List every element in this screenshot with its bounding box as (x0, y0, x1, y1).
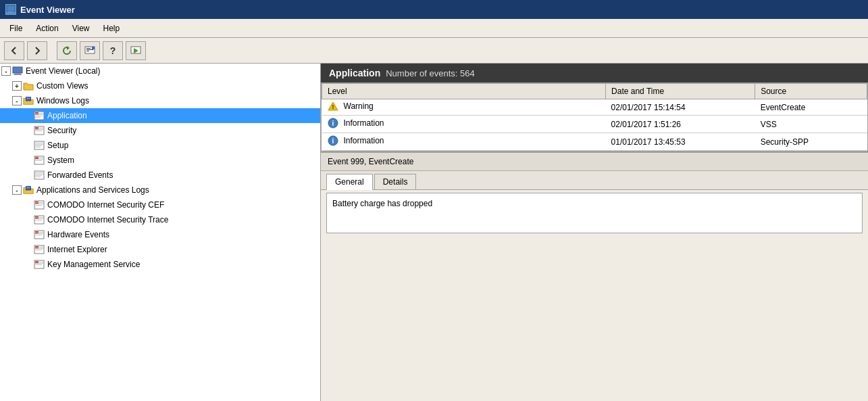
properties-button[interactable] (80, 41, 100, 60)
setup-label: Setup (47, 141, 68, 150)
event-detail-content: Battery charge has dropped (326, 193, 863, 233)
tree-root[interactable]: - Event Viewer (Local) (0, 64, 320, 78)
menu-help[interactable]: Help (97, 21, 127, 36)
menu-bar: File Action View Help (0, 19, 868, 38)
system-log-icon (34, 156, 45, 165)
main-layout: - Event Viewer (Local) + Custom Views (0, 64, 868, 401)
security-label: Security (47, 126, 76, 135)
event-detail-header: Event 999, EventCreate (321, 153, 868, 171)
comodo-cef-label: COMODO Internet Security CEF (47, 200, 164, 210)
custom-views-label: Custom Views (36, 81, 88, 91)
svg-rect-22 (35, 117, 41, 118)
comodo-trace-label: COMODO Internet Security Trace (47, 215, 168, 225)
hardware-events-label: Hardware Events (47, 230, 109, 239)
windows-logs-label: Windows Logs (36, 96, 89, 105)
root-expand[interactable]: - (1, 66, 11, 76)
forwarded-log-icon (34, 170, 45, 180)
tree-comodo-trace[interactable]: COMODO Internet Security Trace (0, 212, 320, 227)
svg-rect-5 (86, 48, 91, 49)
event-source-cell: VSS (755, 116, 867, 133)
col-datetime[interactable]: Date and Time (606, 84, 755, 99)
tree-forwarded-events[interactable]: Forwarded Events (0, 168, 320, 183)
svg-rect-2 (7, 12, 14, 13)
col-level[interactable]: Level (322, 84, 606, 99)
warning-level: ! Warning (328, 101, 374, 111)
computer-icon (12, 66, 23, 76)
event-source-cell: EventCreate (755, 99, 867, 116)
refresh-button[interactable] (57, 41, 77, 60)
tree-hardware-events[interactable]: Hardware Events (0, 227, 320, 242)
tree-key-management[interactable]: Key Management Service (0, 257, 320, 272)
hardware-events-icon (34, 230, 45, 239)
tree-application[interactable]: Application (0, 108, 320, 123)
svg-rect-65 (35, 250, 42, 250)
svg-rect-0 (7, 5, 15, 11)
svg-rect-25 (35, 128, 43, 128)
svg-marker-3 (67, 46, 70, 50)
help-button[interactable]: ? (103, 41, 123, 60)
ie-icon (34, 245, 45, 254)
app-title: Event Viewer (20, 5, 75, 15)
event-table-container[interactable]: Level Date and Time Source ! (321, 82, 868, 151)
svg-text:i: i (332, 137, 334, 145)
tab-general[interactable]: General (326, 174, 373, 190)
tab-details[interactable]: Details (374, 174, 417, 189)
tree-custom-views[interactable]: + Custom Views (0, 78, 320, 93)
event-datetime-cell: 02/01/2017 1:51:26 (606, 116, 755, 133)
svg-rect-48 (35, 202, 43, 203)
svg-rect-29 (35, 143, 43, 143)
svg-rect-41 (35, 175, 42, 176)
menu-view[interactable]: View (66, 21, 97, 36)
system-label: System (47, 156, 74, 165)
event-detail-panel: Event 999, EventCreate General Details B… (321, 151, 868, 401)
internet-explorer-label: Internet Explorer (47, 245, 107, 254)
col-source[interactable]: Source (755, 84, 867, 99)
comodo-cef-icon (34, 200, 45, 210)
svg-rect-14 (26, 97, 30, 101)
menu-file[interactable]: File (3, 21, 29, 36)
svg-rect-59 (35, 233, 43, 234)
app-services-expand[interactable]: - (12, 185, 22, 195)
tree-system[interactable]: System (0, 153, 320, 168)
tree-windows-logs[interactable]: - Windows Logs (0, 93, 320, 108)
title-bar: Event Viewer (0, 0, 868, 19)
event-level-cell: ! Warning (322, 99, 606, 116)
table-row[interactable]: i Information 01/01/2017 13:45:53 Securi… (322, 133, 867, 151)
right-header: Application Number of events: 564 (321, 64, 868, 82)
svg-rect-19 (35, 113, 43, 114)
svg-rect-40 (35, 174, 43, 174)
tree-internet-explorer[interactable]: Internet Explorer (0, 242, 320, 257)
run-button[interactable] (126, 41, 146, 60)
tree-setup[interactable]: Setup (0, 138, 320, 153)
event-detail-text: Battery charge has dropped (332, 199, 432, 208)
forward-button[interactable] (27, 41, 47, 60)
tree-security[interactable]: Security (0, 123, 320, 138)
svg-rect-7 (86, 51, 89, 51)
app-services-icon (23, 185, 34, 195)
comodo-trace-icon (34, 215, 45, 225)
svg-rect-68 (35, 262, 43, 262)
svg-rect-60 (35, 235, 42, 235)
svg-rect-55 (35, 220, 42, 220)
svg-rect-42 (35, 176, 41, 177)
application-log-icon (34, 111, 45, 120)
table-header-row: Level Date and Time Source (322, 84, 867, 99)
event-level-cell: i Information (322, 116, 606, 133)
app-services-label: Applications and Services Logs (36, 185, 149, 195)
security-log-icon (34, 126, 45, 135)
custom-views-expand[interactable]: + (12, 81, 22, 91)
back-button[interactable] (4, 41, 24, 60)
tree-panel[interactable]: - Event Viewer (Local) + Custom Views (0, 64, 321, 401)
menu-action[interactable]: Action (29, 21, 65, 36)
tree-app-services-logs[interactable]: - Applications and Services Logs (0, 183, 320, 197)
right-header-title: Application (329, 68, 380, 78)
key-management-label: Key Management Service (47, 260, 140, 269)
toolbar: ? (0, 38, 868, 64)
svg-rect-53 (35, 217, 43, 218)
svg-rect-49 (35, 204, 43, 204)
table-row[interactable]: i Information 02/01/2017 1:51:26 VSS (322, 116, 867, 133)
table-row[interactable]: ! Warning 02/01/2017 15:14:54 EventCreat… (322, 99, 867, 116)
windows-logs-expand[interactable]: - (12, 96, 22, 105)
svg-rect-44 (26, 187, 28, 189)
tree-comodo-cef[interactable]: COMODO Internet Security CEF (0, 197, 320, 212)
